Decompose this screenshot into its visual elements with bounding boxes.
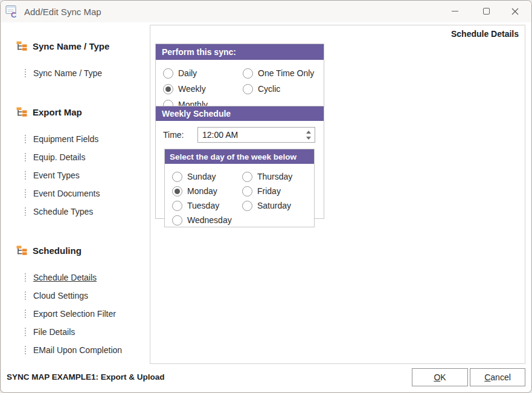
- radio-friday[interactable]: Friday: [242, 186, 314, 197]
- sidebar-item-label: Schedule Details: [33, 273, 97, 282]
- radio-icon: [243, 84, 253, 94]
- schedule-details-panel: Schedule Details Perform this sync: Dail…: [150, 25, 525, 364]
- radio-one-time-only[interactable]: One Time Only: [243, 68, 324, 79]
- radio-tuesday[interactable]: Tuesday: [172, 201, 242, 211]
- sidebar-item-label: Event Documents: [33, 189, 100, 198]
- sidebar-item-cloud-settings[interactable]: Cloud Settings: [25, 288, 88, 304]
- sidebar-item-label: Event Types: [33, 171, 80, 180]
- sidebar-item-event-documents[interactable]: Event Documents: [25, 186, 100, 201]
- grip-dots-icon: [25, 171, 26, 180]
- grip-dots-icon: [25, 189, 26, 198]
- grip-dots-icon: [25, 291, 26, 300]
- sidebar-item-label: File Details: [33, 327, 75, 337]
- spinner-buttons: [303, 128, 315, 142]
- radio-icon: [163, 84, 173, 94]
- grip-dots-icon: [25, 328, 26, 336]
- close-button[interactable]: [501, 1, 529, 22]
- sidebar-item-label: Equip. Details: [33, 152, 85, 162]
- radio-icon: [172, 215, 182, 226]
- grip-dots-icon: [25, 273, 26, 282]
- radio-daily[interactable]: Daily: [163, 68, 243, 79]
- sidebar-item-export-selection-filter[interactable]: Export Selection Filter: [25, 306, 116, 322]
- group-header: Perform this sync:: [156, 44, 324, 60]
- radio-thursday[interactable]: Thursday: [242, 172, 314, 182]
- minimize-button[interactable]: [441, 1, 469, 22]
- radio-icon: [172, 172, 182, 182]
- sidebar-item-equipment-fields[interactable]: Equipment Fields: [25, 131, 98, 147]
- perform-sync-group: Perform this sync: Daily One Time Only W…: [155, 44, 324, 110]
- radio-wednesday[interactable]: Wednesday: [172, 215, 242, 226]
- sidebar-section-sync-name-type[interactable]: Sync Name / Type: [16, 38, 109, 54]
- close-icon: [511, 8, 519, 15]
- sidebar-item-equip-details[interactable]: Equip. Details: [25, 149, 85, 165]
- radio-monday[interactable]: Monday: [172, 186, 242, 197]
- sidebar-item-schedule-types[interactable]: Schedule Types: [25, 204, 93, 219]
- grip-dots-icon: [25, 135, 26, 143]
- radio-icon: [242, 186, 252, 197]
- sidebar-item-sync-name-type[interactable]: Sync Name / Type: [25, 65, 102, 81]
- sidebar-section-export-map[interactable]: Export Map: [16, 104, 82, 120]
- grip-dots-icon: [25, 207, 26, 216]
- radio-sunday[interactable]: Sunday: [172, 172, 242, 182]
- sidebar-item-file-details[interactable]: File Details: [25, 324, 75, 340]
- spin-up-icon[interactable]: [306, 131, 311, 134]
- window-title: Add/Edit Sync Map: [24, 7, 101, 17]
- sidebar-section-label: Sync Name / Type: [33, 41, 109, 51]
- page-title: Schedule Details: [451, 29, 519, 39]
- radio-saturday[interactable]: Saturday: [242, 201, 314, 211]
- day-of-week-options: Sunday Monday Tuesday Wednesday: [165, 164, 314, 227]
- minimize-icon: [452, 11, 458, 12]
- sidebar-section-label: Export Map: [33, 107, 82, 117]
- time-label: Time:: [163, 130, 184, 140]
- group-header: Weekly Schedule: [156, 106, 324, 121]
- maximize-icon: [483, 8, 490, 15]
- group-header: Select the day of the week below: [165, 149, 314, 164]
- sidebar-section-scheduling[interactable]: Scheduling: [16, 242, 82, 258]
- radio-icon: [242, 201, 252, 211]
- dialog-add-edit-sync-map: C Add/Edit Sync Map Sync Name / Type Sy: [0, 0, 532, 393]
- spin-down-icon[interactable]: [306, 137, 311, 140]
- radio-icon: [172, 186, 182, 197]
- sidebar-item-label: Sync Name / Type: [33, 68, 102, 78]
- sidebar-section-label: Scheduling: [33, 245, 82, 256]
- weekly-schedule-group: Weekly Schedule Time: 12:00 AM Select th…: [155, 106, 324, 219]
- sidebar-item-label: Equipment Fields: [33, 134, 98, 144]
- app-icon: C: [5, 5, 19, 18]
- radio-icon: [242, 172, 252, 182]
- radio-cyclic[interactable]: Cyclic: [243, 84, 324, 94]
- ok-button[interactable]: OK: [412, 368, 468, 386]
- perform-sync-options: Daily One Time Only Weekly Cyclic Monthl…: [156, 60, 324, 112]
- time-value[interactable]: 12:00 AM: [198, 130, 303, 140]
- sidebar-item-label: Cloud Settings: [33, 291, 88, 300]
- sync-map-name-label: SYNC MAP EXAMPLE1: Export & Upload: [7, 372, 165, 382]
- maximize-button[interactable]: [472, 1, 500, 22]
- cancel-button[interactable]: Cancel: [470, 368, 525, 386]
- sidebar-item-event-types[interactable]: Event Types: [25, 167, 80, 183]
- radio-icon: [163, 68, 173, 79]
- tree-node-icon: [16, 107, 27, 117]
- svg-text:C: C: [11, 10, 17, 18]
- sidebar-item-label: EMail Upon Completion: [33, 345, 122, 355]
- time-spinner[interactable]: 12:00 AM: [197, 127, 315, 143]
- sidebar-item-schedule-details[interactable]: Schedule Details: [25, 270, 97, 285]
- radio-icon: [243, 68, 253, 79]
- grip-dots-icon: [25, 69, 26, 77]
- grip-dots-icon: [25, 153, 26, 161]
- day-of-week-group: Select the day of the week below Sunday …: [164, 149, 315, 227]
- sidebar-item-email-upon-completion[interactable]: EMail Upon Completion: [25, 342, 122, 358]
- sidebar-item-label: Schedule Types: [33, 207, 93, 216]
- sidebar-item-label: Export Selection Filter: [33, 309, 116, 319]
- grip-dots-icon: [25, 346, 26, 354]
- radio-icon: [172, 201, 182, 211]
- tree-node-icon: [16, 41, 27, 51]
- tree-node-icon: [16, 245, 27, 256]
- grip-dots-icon: [25, 310, 26, 318]
- radio-weekly[interactable]: Weekly: [163, 84, 243, 94]
- title-bar: C Add/Edit Sync Map: [1, 1, 531, 22]
